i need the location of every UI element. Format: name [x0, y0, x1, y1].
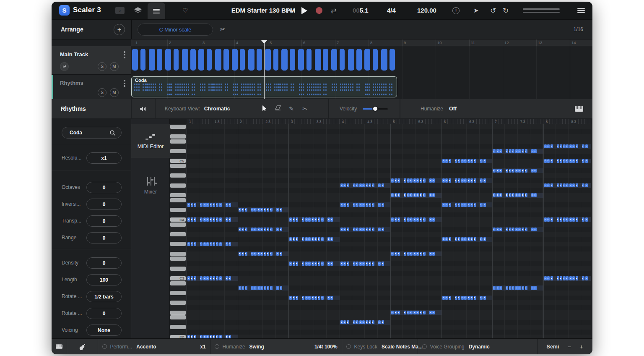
- bottom-section-value[interactable]: Accento: [136, 344, 156, 350]
- midi-note[interactable]: [518, 149, 521, 153]
- midi-note[interactable]: [203, 276, 206, 280]
- note-phrase[interactable]: [543, 183, 592, 188]
- note-phrase[interactable]: [288, 296, 340, 301]
- piano-key-white[interactable]: [170, 311, 186, 315]
- midi-note[interactable]: [260, 228, 263, 231]
- time-signature[interactable]: 4/4: [387, 7, 396, 14]
- play-button[interactable]: [301, 7, 307, 14]
- midi-note[interactable]: [203, 242, 206, 246]
- midi-note[interactable]: [343, 203, 346, 207]
- piano-key-white[interactable]: [170, 164, 186, 168]
- midi-note[interactable]: [302, 237, 304, 241]
- chord-block[interactable]: [232, 49, 238, 71]
- midi-note[interactable]: [343, 228, 346, 231]
- midi-note[interactable]: [257, 286, 260, 290]
- midi-note[interactable]: [474, 159, 476, 163]
- midi-note[interactable]: [216, 242, 218, 246]
- midi-note[interactable]: [314, 296, 317, 300]
- midi-note[interactable]: [369, 320, 371, 324]
- piano-key-white[interactable]: [170, 267, 186, 271]
- midi-note[interactable]: [296, 262, 298, 265]
- midi-note[interactable]: [340, 203, 343, 207]
- midi-note[interactable]: [423, 217, 426, 221]
- note-phrase[interactable]: [340, 261, 391, 266]
- midi-note[interactable]: [525, 228, 527, 231]
- midi-note[interactable]: [347, 228, 349, 231]
- midi-note[interactable]: [312, 262, 314, 265]
- chord-block[interactable]: [356, 49, 362, 71]
- keyboard-view-value[interactable]: Chromatic: [204, 106, 230, 112]
- midi-note[interactable]: [413, 193, 416, 197]
- midi-note[interactable]: [470, 237, 473, 241]
- midi-note[interactable]: [474, 178, 476, 182]
- midi-note[interactable]: [560, 217, 562, 221]
- midi-note[interactable]: [563, 217, 566, 221]
- midi-note[interactable]: [293, 237, 295, 241]
- midi-note[interactable]: [518, 286, 521, 290]
- midi-note[interactable]: [305, 217, 308, 221]
- midi-note[interactable]: [544, 144, 547, 148]
- midi-note[interactable]: [569, 144, 572, 148]
- midi-note[interactable]: [483, 159, 486, 163]
- midi-note[interactable]: [474, 237, 476, 241]
- piano-key-white[interactable]: [170, 252, 186, 256]
- midi-note[interactable]: [547, 183, 550, 187]
- midi-note[interactable]: [187, 276, 190, 280]
- midi-note[interactable]: [276, 228, 279, 231]
- midi-note[interactable]: [458, 237, 460, 241]
- midi-note[interactable]: [327, 296, 330, 300]
- piano-key-white[interactable]: [170, 139, 186, 144]
- midi-note[interactable]: [382, 183, 384, 187]
- midi-note[interactable]: [293, 217, 295, 221]
- midi-note[interactable]: [582, 159, 584, 163]
- sound-browser-icon[interactable]: ♪: [115, 2, 125, 19]
- midi-note[interactable]: [566, 217, 569, 221]
- midi-note[interactable]: [499, 228, 502, 231]
- note-phrase[interactable]: [390, 217, 441, 222]
- piano-key-white[interactable]: [170, 208, 186, 212]
- midi-note[interactable]: [442, 159, 445, 163]
- midi-note[interactable]: [445, 296, 448, 300]
- midi-note[interactable]: [483, 203, 486, 207]
- midi-note[interactable]: [442, 203, 445, 207]
- midi-note[interactable]: [353, 262, 356, 265]
- midi-note[interactable]: [318, 296, 320, 300]
- chord-block[interactable]: [273, 49, 278, 71]
- midi-note[interactable]: [499, 193, 502, 197]
- midi-note[interactable]: [582, 217, 584, 221]
- record-button[interactable]: [316, 7, 322, 14]
- piano-key-white[interactable]: [170, 232, 186, 236]
- midi-note[interactable]: [566, 144, 569, 148]
- chord-block[interactable]: [132, 49, 138, 71]
- midi-note[interactable]: [557, 144, 559, 148]
- chord-block[interactable]: [265, 49, 271, 71]
- midi-note[interactable]: [467, 159, 470, 163]
- midi-note[interactable]: [213, 276, 215, 280]
- midi-note[interactable]: [522, 149, 524, 153]
- midi-note[interactable]: [551, 217, 553, 221]
- chord-block[interactable]: [364, 49, 370, 71]
- midi-note[interactable]: [566, 183, 569, 187]
- midi-note[interactable]: [416, 217, 419, 221]
- midi-note[interactable]: [372, 262, 374, 265]
- midi-note[interactable]: [270, 252, 273, 256]
- midi-note[interactable]: [293, 262, 295, 265]
- midi-note[interactable]: [200, 276, 203, 280]
- midi-note[interactable]: [378, 228, 381, 231]
- midi-note[interactable]: [404, 217, 406, 221]
- midi-note[interactable]: [213, 217, 215, 221]
- add-track-button[interactable]: +: [114, 24, 125, 35]
- midi-note[interactable]: [442, 296, 445, 300]
- midi-note[interactable]: [461, 237, 464, 241]
- midi-note[interactable]: [194, 217, 196, 221]
- midi-note[interactable]: [522, 169, 524, 173]
- midi-note[interactable]: [340, 262, 343, 265]
- midi-note[interactable]: [547, 217, 550, 221]
- midi-note[interactable]: [410, 217, 413, 221]
- pencil-tool-icon[interactable]: ✎: [285, 105, 298, 112]
- midi-note[interactable]: [531, 228, 534, 231]
- note-phrase[interactable]: [340, 320, 391, 325]
- chord-block[interactable]: [157, 49, 162, 71]
- midi-note[interactable]: [305, 262, 308, 265]
- playhead-marker[interactable]: [261, 40, 267, 44]
